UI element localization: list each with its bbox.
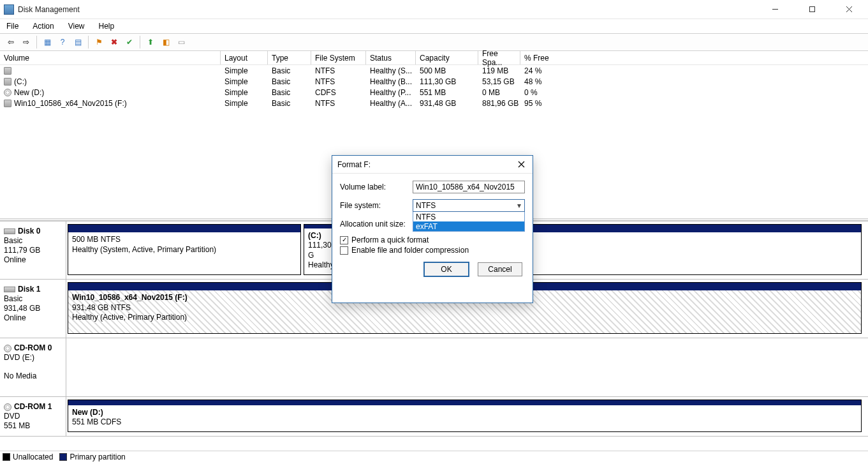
disk-info[interactable]: Disk 0 Basic111,79 GBOnline xyxy=(0,221,66,279)
col-filesystem[interactable]: File System xyxy=(311,51,366,64)
chevron-down-icon: ▾ xyxy=(514,200,524,211)
upload-icon[interactable]: ⬆ xyxy=(143,35,158,49)
disk-info[interactable]: Disk 1 Basic931,48 GBOnline xyxy=(0,280,66,338)
tool-icon[interactable]: ▤ xyxy=(71,35,85,49)
checkbox-icon: ✓ xyxy=(340,236,348,244)
volume-name: (C:) xyxy=(14,77,27,86)
filesystem-dropdown: NTFS exFAT xyxy=(413,212,525,232)
partition[interactable]: New (D:) 551 MB CDFS xyxy=(68,400,862,432)
volume-name: Win10_10586_x64_Nov2015 (F:) xyxy=(14,99,127,108)
back-button[interactable]: ⇦ xyxy=(4,35,18,49)
help-icon[interactable]: ? xyxy=(55,35,70,49)
menu-view[interactable]: View xyxy=(66,20,87,32)
cancel-button[interactable]: Cancel xyxy=(478,262,522,276)
separator xyxy=(140,36,140,49)
label-alloc: Allocation unit size: xyxy=(340,220,414,228)
drive-icon xyxy=(4,100,11,107)
volume-row[interactable]: New (D:) SimpleBasicCDFSHealthy (P...551… xyxy=(0,87,868,98)
close-button[interactable] xyxy=(836,3,862,17)
toolbar: ⇦ ⇨ ▦ ? ▤ ⚑ ✖ ✔ ⬆ ◧ ▭ xyxy=(0,33,868,51)
dialog-titlebar[interactable]: Format F: xyxy=(332,156,533,174)
flag-icon[interactable]: ⚑ xyxy=(92,35,106,49)
col-capacity[interactable]: Capacity xyxy=(416,51,478,64)
col-status[interactable]: Status xyxy=(366,51,416,64)
maximize-button[interactable] xyxy=(799,3,825,17)
filesystem-select[interactable]: NTFS ▾ NTFS exFAT xyxy=(413,199,525,212)
partition[interactable]: 500 MB NTFS Healthy (System, Active, Pri… xyxy=(68,224,301,275)
volume-row[interactable]: Win10_10586_x64_Nov2015 (F:) SimpleBasic… xyxy=(0,98,868,109)
tool-icon[interactable]: ▭ xyxy=(174,35,188,49)
svg-rect-1 xyxy=(809,7,814,12)
minimize-button[interactable] xyxy=(762,3,788,17)
quick-format-checkbox[interactable]: ✓ Perform a quick format xyxy=(340,236,525,244)
dialog-title: Format F: xyxy=(337,160,515,169)
volume-row[interactable]: SimpleBasicNTFSHealthy (S...500 MB119 MB… xyxy=(0,65,868,76)
col-layout[interactable]: Layout xyxy=(221,51,268,64)
menu-help[interactable]: Help xyxy=(96,20,117,32)
disk-info[interactable]: CD-ROM 1 DVD551 MB xyxy=(0,397,66,436)
window-buttons xyxy=(762,3,864,17)
checkbox-icon xyxy=(340,246,348,255)
separator xyxy=(36,36,37,49)
option-ntfs[interactable]: NTFS xyxy=(413,212,524,221)
volume-name: New (D:) xyxy=(14,88,44,97)
drive-icon xyxy=(4,67,11,75)
titlebar: Disk Management xyxy=(0,0,868,19)
drive-icon xyxy=(4,78,11,86)
dialog-close-button[interactable] xyxy=(515,158,527,171)
option-exfat[interactable]: exFAT xyxy=(413,221,524,231)
tool-icon[interactable]: ◧ xyxy=(159,35,173,49)
cd-icon xyxy=(4,403,11,411)
window-title: Disk Management xyxy=(18,5,762,14)
volume-row[interactable]: (C:) SimpleBasicNTFSHealthy (B...111,30 … xyxy=(0,76,868,87)
disk-row: CD-ROM 1 DVD551 MB New (D:) 551 MB CDFS xyxy=(0,397,868,437)
swatch-primary xyxy=(59,453,67,461)
volumes-header: Volume Layout Type File System Status Ca… xyxy=(0,51,868,65)
label-volume: Volume label: xyxy=(340,183,413,191)
forward-button[interactable]: ⇨ xyxy=(19,35,33,49)
separator xyxy=(88,36,89,49)
menu-action[interactable]: Action xyxy=(30,20,56,32)
format-dialog: Format F: Volume label: File system: NTF… xyxy=(332,155,533,303)
hdd-icon xyxy=(4,287,15,292)
disk-info[interactable]: CD-ROM 0 DVD (E:) No Media xyxy=(0,338,66,396)
app-icon xyxy=(4,4,14,15)
check-icon[interactable]: ✔ xyxy=(122,35,136,49)
hdd-icon xyxy=(4,228,15,234)
tool-icon[interactable]: ▦ xyxy=(40,35,54,49)
disk-row: CD-ROM 0 DVD (E:) No Media xyxy=(0,338,868,397)
ok-button[interactable]: OK xyxy=(424,262,469,276)
col-volume[interactable]: Volume xyxy=(0,51,221,64)
col-pct-free[interactable]: % Free xyxy=(520,51,578,64)
compress-checkbox[interactable]: Enable file and folder compression xyxy=(340,246,525,255)
legend: Unallocated Primary partition xyxy=(0,451,868,462)
delete-icon[interactable]: ✖ xyxy=(107,35,121,49)
col-free[interactable]: Free Spa... xyxy=(478,51,520,64)
cd-icon xyxy=(4,89,11,96)
col-type[interactable]: Type xyxy=(268,51,311,64)
menu-file[interactable]: File xyxy=(4,20,21,32)
cd-icon xyxy=(4,345,11,352)
menubar: File Action View Help xyxy=(0,19,868,33)
volume-label-input[interactable] xyxy=(413,181,525,193)
swatch-unallocated xyxy=(3,453,10,461)
label-filesystem: File system: xyxy=(340,201,413,210)
